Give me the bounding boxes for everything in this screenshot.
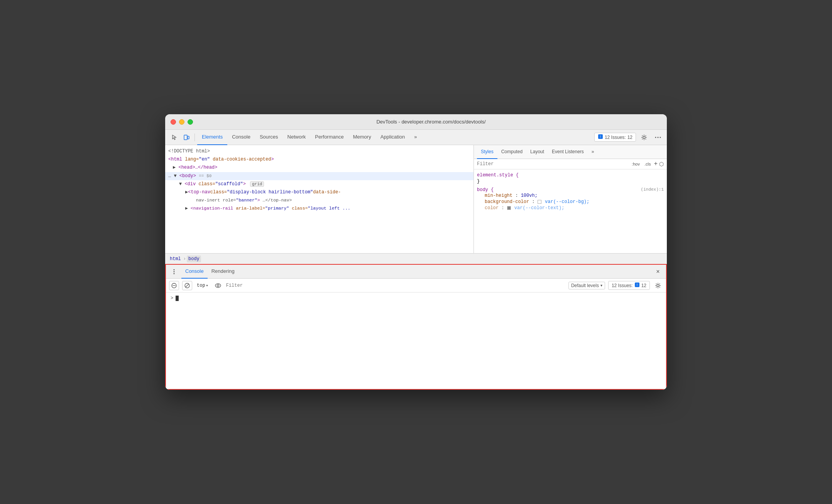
breadcrumb-bar: html › body — [165, 253, 667, 264]
main-tab-nav: Elements Console Sources Network Perform… — [197, 130, 422, 145]
maximize-button[interactable] — [188, 119, 193, 125]
devtools-toolbar: Elements Console Sources Network Perform… — [165, 130, 667, 145]
tab-event-listeners[interactable]: Event Listeners — [548, 145, 588, 159]
toolbar-right: ! 12 Issues: 12 — [594, 132, 664, 143]
console-close-icon[interactable]: × — [653, 267, 663, 276]
style-min-height: min-height : 100vh; — [477, 193, 664, 199]
tab-layout[interactable]: Layout — [526, 145, 548, 159]
console-panel: Console Rendering × — [165, 264, 667, 390]
levels-chevron-icon: ▾ — [600, 283, 602, 288]
style-bg-color: background-color : var(--color-bg); — [477, 199, 664, 205]
context-selector[interactable]: top ▾ — [195, 282, 210, 289]
clear-console-icon[interactable] — [169, 281, 179, 290]
styles-panel: Styles Computed Layout Event Listeners » — [474, 145, 667, 253]
title-bar: DevTools - developer.chrome.com/docs/dev… — [165, 114, 667, 130]
element-style-rule: element.style { } — [474, 171, 667, 186]
styles-content: element.style { } body { (index):1 — [474, 169, 667, 253]
dom-line-top-nav[interactable]: ▶ <top-nav class="display-block hairline… — [165, 188, 473, 196]
element-style-selector: element.style { — [477, 173, 664, 178]
breadcrumb-body[interactable]: body — [187, 255, 201, 262]
toolbar-divider-1 — [194, 134, 195, 141]
inspect-icon[interactable] — [168, 132, 180, 143]
log-levels-dropdown[interactable]: Default levels ▾ — [568, 282, 605, 289]
svg-point-8 — [174, 269, 175, 270]
styles-filter-input[interactable] — [477, 161, 627, 167]
dom-line-head[interactable]: ▶ <head>…</head> — [165, 164, 473, 172]
device-toggle-icon[interactable] — [181, 132, 192, 143]
issues-icon: ! — [598, 134, 603, 140]
tab-application[interactable]: Application — [376, 130, 410, 145]
more-options-icon[interactable] — [652, 132, 664, 143]
svg-point-9 — [174, 271, 175, 272]
svg-rect-1 — [188, 136, 189, 139]
styles-filter-bar: :hov .cls + ⬡ — [474, 159, 667, 169]
tab-elements[interactable]: Elements — [197, 130, 227, 145]
bg-color-swatch[interactable] — [538, 200, 541, 204]
svg-line-14 — [186, 284, 189, 287]
close-button[interactable] — [171, 119, 176, 125]
dom-line-top-nav-cont[interactable]: nav-inert role="banner"> …</top-nav> — [165, 196, 473, 204]
console-filter-area: top ▾ Default levels ▾ 12 Issues: — [166, 279, 666, 293]
svg-point-19 — [657, 284, 659, 287]
minimize-button[interactable] — [179, 119, 184, 125]
svg-point-7 — [660, 137, 661, 138]
issues-badge[interactable]: ! 12 Issues: 12 — [594, 133, 636, 142]
console-issues-icon: ! — [634, 282, 640, 289]
styles-tabs: Styles Computed Layout Event Listeners » — [474, 145, 667, 159]
settings-gear-icon[interactable] — [638, 132, 650, 143]
dom-line-nav-rail[interactable]: ▶ <navigation-rail aria-label="primary" … — [165, 205, 473, 212]
console-cursor — [176, 296, 179, 301]
dom-line-html[interactable]: <html lang="en" data-cookies-accepted> — [165, 156, 473, 164]
tab-performance[interactable]: Performance — [310, 130, 348, 145]
dom-line-body[interactable]: … ▼ <body> == $0 — [165, 172, 473, 180]
console-prompt-symbol: > — [171, 296, 173, 301]
svg-rect-0 — [184, 135, 187, 140]
console-issues-badge[interactable]: 12 Issues: ! 12 — [608, 281, 650, 290]
tab-sources[interactable]: Sources — [255, 130, 283, 145]
console-input-area[interactable]: > — [166, 293, 666, 304]
svg-point-4 — [643, 136, 645, 139]
console-output-area — [166, 304, 666, 389]
console-more-menu-icon[interactable] — [169, 267, 179, 276]
tab-memory[interactable]: Memory — [348, 130, 376, 145]
add-style-rule-button[interactable]: + — [654, 161, 658, 167]
color-swatch[interactable] — [507, 206, 511, 210]
console-toolbar: Console Rendering × — [166, 265, 666, 279]
element-style-close: } — [477, 179, 664, 184]
issues-count-label: 12 Issues: — [605, 135, 626, 140]
tab-rendering[interactable]: Rendering — [208, 265, 238, 279]
tab-network[interactable]: Network — [283, 130, 311, 145]
chevron-down-icon: ▾ — [206, 283, 208, 288]
main-content: <!DOCTYPE html> <html lang="en" data-coo… — [165, 145, 667, 253]
console-toolbar-right: × — [653, 267, 663, 276]
tab-styles[interactable]: Styles — [477, 145, 497, 159]
breadcrumb-html[interactable]: html — [168, 255, 183, 262]
traffic-lights — [171, 119, 193, 125]
block-icon[interactable] — [182, 281, 192, 290]
console-filter-input[interactable] — [226, 283, 565, 288]
dom-line-doctype[interactable]: <!DOCTYPE html> — [165, 147, 473, 156]
cls-filter-button[interactable]: .cls — [643, 161, 653, 167]
console-settings-icon[interactable] — [653, 281, 663, 290]
tab-more[interactable]: » — [409, 130, 421, 145]
tab-console[interactable]: Console — [227, 130, 255, 145]
tab-styles-more[interactable]: » — [588, 145, 598, 159]
console-issues-count: 12 — [641, 283, 646, 288]
svg-point-15 — [215, 284, 221, 288]
svg-point-10 — [174, 273, 175, 274]
style-color: color : var(--color-text); — [477, 205, 664, 211]
tab-computed[interactable]: Computed — [497, 145, 526, 159]
body-selector-line: body { (index):1 — [477, 187, 664, 193]
toggle-panel-icon[interactable]: ⬡ — [659, 161, 664, 167]
body-style-rule: body { (index):1 min-height : 100vh; bac… — [474, 186, 667, 213]
console-tabs: Console Rendering — [181, 265, 238, 278]
svg-text:!: ! — [600, 135, 601, 139]
devtools-window: DevTools - developer.chrome.com/docs/dev… — [165, 114, 667, 390]
hov-filter-button[interactable]: :hov — [630, 161, 641, 167]
grid-badge: grid — [250, 181, 264, 187]
style-source[interactable]: (index):1 — [641, 187, 664, 192]
window-title: DevTools - developer.chrome.com/docs/dev… — [201, 119, 661, 125]
tab-console-main[interactable]: Console — [181, 265, 208, 279]
dom-line-div-scaffold[interactable]: ▼ <div class="scaffold"> grid — [165, 180, 473, 188]
live-expression-icon[interactable] — [213, 281, 223, 290]
